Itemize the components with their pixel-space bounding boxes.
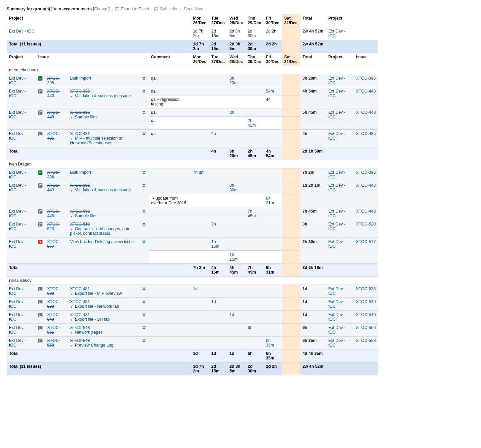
parent-issue-link[interactable]: XTOC-396 (70, 110, 90, 115)
parent-issue-link[interactable]: XTOC-396 (70, 183, 90, 188)
issue-title-link[interactable]: Export file - Network tab (75, 304, 119, 309)
project-link[interactable]: Ext Dev - tOC (328, 170, 345, 179)
issue-title-link[interactable]: Bulk Import (70, 76, 91, 81)
issue-key-link[interactable]: XTOC-396 (47, 170, 60, 179)
project-link[interactable]: Ext Dev - tOC (328, 110, 345, 119)
project-link[interactable]: Ext Dev - tOC (328, 131, 345, 141)
project-link[interactable]: Ext Dev - tOC (9, 183, 26, 192)
time-value-link[interactable]: 6h (248, 325, 252, 330)
issue-key-link[interactable]: XTOC-520 (47, 222, 60, 231)
issue-title-link[interactable]: Sample files (75, 115, 98, 119)
issue-title-link[interactable]: Network pages (75, 330, 103, 335)
project-link[interactable]: Ext Dev - tOC (328, 338, 345, 348)
issue-title-link[interactable]: Sample files (75, 214, 98, 218)
issue-key-link[interactable]: XTOC-520 (356, 222, 376, 226)
project-link[interactable]: Ext Dev - tOC (9, 76, 26, 85)
issue-title-link[interactable]: Bulk Import (70, 170, 91, 175)
issue-key-link[interactable]: XTOC-558 (356, 338, 376, 343)
project-link[interactable]: Ext Dev - tOC (9, 89, 26, 98)
time-value-link[interactable]: 3h (230, 110, 234, 115)
parent-issue-link[interactable]: XTOC-543 (70, 325, 90, 330)
project-link[interactable]: Ext Dev - tOC (328, 299, 345, 309)
parent-issue-link[interactable]: XTOC-396 (70, 89, 90, 94)
expand-icon[interactable] (142, 209, 146, 215)
project-link[interactable]: Ext Dev - tOC (328, 29, 345, 38)
expand-icon[interactable] (142, 89, 146, 95)
issue-key-link[interactable]: XTOC-448 (47, 209, 60, 218)
project-link[interactable]: Ext Dev - tOC (9, 325, 26, 335)
project-link[interactable]: Ext Dev - tOC (328, 287, 345, 296)
expand-icon[interactable] (142, 222, 146, 227)
issue-key-link[interactable]: XTOC-540 (47, 312, 60, 322)
project-link[interactable]: Ext Dev - tOC (9, 209, 26, 218)
expand-icon[interactable] (142, 287, 146, 292)
change-link[interactable]: Change (94, 7, 108, 11)
expand-icon[interactable] (142, 76, 146, 82)
issue-key-link[interactable]: XTOC-443 (47, 89, 60, 98)
issue-key-link[interactable]: XTOC-448 (356, 209, 376, 214)
issue-key-link[interactable]: XTOC-540 (356, 312, 376, 317)
issue-title-link[interactable]: Validation & success message (75, 188, 131, 192)
time-value-link[interactable]: 6h 31m (266, 196, 274, 205)
issue-key-link[interactable]: XTOC-443 (47, 183, 60, 192)
expand-icon[interactable] (142, 170, 146, 176)
issue-title-link[interactable]: View builder: Deleting a view issue (70, 239, 134, 244)
project-link[interactable]: Ext Dev - tOC (9, 29, 34, 33)
time-value-link[interactable]: 3h 30m (230, 183, 238, 192)
time-value-link[interactable]: 4h (266, 97, 271, 102)
time-value-link[interactable]: 3h 20m (230, 76, 238, 85)
time-value-link[interactable]: 1h 15m (230, 252, 238, 262)
parent-issue-link[interactable]: XTOC-481 (70, 131, 90, 136)
issue-title-link[interactable]: MIP - multiple selection of Networks/Sal… (70, 136, 122, 145)
time-value-link[interactable]: 2h 45m (248, 118, 256, 128)
time-value-link[interactable]: 1d (211, 299, 216, 304)
issue-key-link[interactable]: XTOC-443 (356, 89, 376, 94)
project-link[interactable]: Ext Dev - tOC (9, 312, 26, 322)
subscribe-link[interactable]: Subscribe (160, 7, 179, 11)
parent-issue-link[interactable]: XTOC-519 (70, 222, 90, 226)
issue-key-link[interactable]: XTOC-396 (47, 76, 60, 85)
issue-key-link[interactable]: XTOC-539 (356, 299, 376, 304)
send-now-link[interactable]: Send Now (184, 7, 203, 11)
parent-issue-link[interactable]: XTOC-481 (70, 312, 90, 317)
issue-key-link[interactable]: XTOC-448 (47, 110, 60, 119)
issue-key-link[interactable]: XTOC-556 (356, 325, 376, 330)
expand-icon[interactable] (142, 338, 146, 344)
time-value-link[interactable]: 7h 2m (193, 170, 205, 175)
expand-icon[interactable] (142, 131, 146, 137)
parent-issue-link[interactable]: XTOC-481 (70, 299, 90, 304)
project-link[interactable]: Ext Dev - tOC (9, 239, 26, 249)
issue-key-link[interactable]: XTOC-485 (356, 131, 376, 136)
expand-icon[interactable] (142, 312, 146, 318)
project-link[interactable]: Ext Dev - tOC (9, 170, 26, 179)
project-link[interactable]: Ext Dev - tOC (9, 222, 26, 231)
issue-key-link[interactable]: XTOC-577 (356, 239, 376, 244)
export-excel-link[interactable]: Export to Excel (121, 7, 149, 11)
parent-issue-link[interactable]: XTOC-481 (70, 287, 90, 291)
issue-key-link[interactable]: XTOC-538 (356, 287, 376, 291)
project-link[interactable]: Ext Dev - tOC (9, 338, 26, 348)
issue-key-link[interactable]: XTOC-443 (356, 183, 376, 188)
project-link[interactable]: Ext Dev - tOC (328, 239, 345, 249)
issue-key-link[interactable]: XTOC-556 (47, 325, 60, 335)
project-link[interactable]: Ext Dev - tOC (328, 89, 345, 98)
time-value-link[interactable]: 4h (211, 131, 216, 136)
expand-icon[interactable] (142, 325, 146, 331)
project-link[interactable]: Ext Dev - tOC (328, 312, 345, 322)
expand-icon[interactable] (142, 299, 146, 305)
issue-key-link[interactable]: XTOC-538 (47, 287, 60, 296)
project-link[interactable]: Ext Dev - tOC (9, 131, 26, 141)
time-value-link[interactable]: 6h 35m (266, 338, 274, 348)
issue-key-link[interactable]: XTOC-396 (356, 76, 376, 81)
project-link[interactable]: Ext Dev - tOC (328, 209, 345, 218)
issue-title-link[interactable]: Export file - MIP overview (75, 291, 122, 296)
expand-icon[interactable] (142, 183, 146, 189)
time-value-link[interactable]: 1d (193, 287, 198, 291)
issue-title-link[interactable]: Validation & success message (75, 94, 131, 98)
project-link[interactable]: Ext Dev - tOC (328, 325, 345, 335)
issue-key-link[interactable]: XTOC-577 (47, 239, 60, 249)
expand-icon[interactable] (142, 110, 146, 116)
project-link[interactable]: Ext Dev - tOC (328, 222, 345, 231)
time-value-link[interactable]: 7h 45m (248, 209, 256, 218)
issue-title-link[interactable]: Contracts - grid changes, date picker, c… (70, 226, 130, 236)
